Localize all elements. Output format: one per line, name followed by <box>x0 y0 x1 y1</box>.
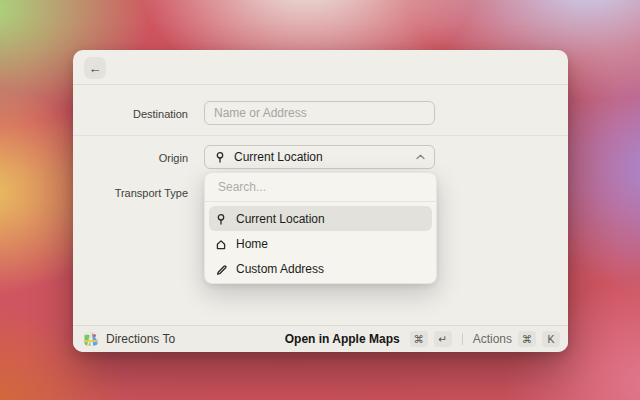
footer-divider <box>462 333 463 345</box>
screen: ← Destination Origin Current Location Tr… <box>0 0 640 400</box>
dropdown-search <box>205 173 436 202</box>
return-keycap: ↵ <box>434 331 452 347</box>
app-badge: Directions To <box>84 332 175 346</box>
origin-dropdown: Current Location Home Custom Address <box>204 172 437 284</box>
origin-label: Origin <box>73 152 188 164</box>
back-button[interactable]: ← <box>84 57 106 79</box>
origin-select[interactable]: Current Location <box>204 145 435 169</box>
option-custom-address[interactable]: Custom Address <box>209 256 432 281</box>
destination-input[interactable] <box>204 101 435 125</box>
open-in-apple-maps-button[interactable]: Open in Apple Maps <box>285 332 400 346</box>
dropdown-search-input[interactable] <box>218 180 423 194</box>
command-keycap: ⌘ <box>410 331 428 347</box>
option-home[interactable]: Home <box>209 231 432 256</box>
location-pin-icon <box>215 213 227 225</box>
row-divider <box>73 135 568 136</box>
dropdown-options: Current Location Home Custom Address <box>205 202 436 285</box>
k-keycap: K <box>542 331 560 347</box>
actions-button[interactable]: Actions <box>473 332 512 346</box>
transport-type-label: Transport Type <box>73 187 188 199</box>
app-name: Directions To <box>106 332 175 346</box>
apple-maps-icon <box>84 332 98 346</box>
command-keycap: ⌘ <box>518 331 536 347</box>
footer-actions: Open in Apple Maps ⌘ ↵ Actions ⌘ K <box>285 331 560 347</box>
window-header: ← <box>73 50 568 85</box>
option-current-location[interactable]: Current Location <box>209 206 432 231</box>
destination-label: Destination <box>73 108 188 120</box>
home-icon <box>215 238 227 250</box>
location-pin-icon <box>214 151 226 163</box>
pencil-icon <box>215 263 227 275</box>
directions-to-window: ← Destination Origin Current Location Tr… <box>73 50 568 352</box>
origin-select-value: Current Location <box>234 150 408 164</box>
window-footer: Directions To Open in Apple Maps ⌘ ↵ Act… <box>73 325 568 352</box>
chevron-up-icon <box>416 154 425 160</box>
